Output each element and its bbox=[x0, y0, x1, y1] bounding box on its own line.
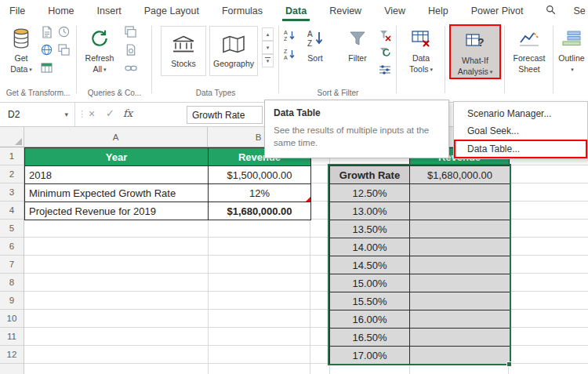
note-indicator bbox=[306, 197, 310, 202]
row-header[interactable] bbox=[0, 364, 24, 374]
rate-cell[interactable]: 17.00% bbox=[330, 347, 410, 365]
result-cell[interactable] bbox=[410, 220, 510, 238]
cell-b4[interactable]: $1,680,000.00 bbox=[209, 202, 311, 220]
filter-button[interactable]: Filter bbox=[341, 24, 374, 64]
ribbon: Get Data Get & Transform... bbox=[0, 21, 588, 103]
cell-a1[interactable]: Year bbox=[25, 148, 209, 166]
rate-cell[interactable]: 15.00% bbox=[330, 274, 410, 292]
cell-a3[interactable]: Minimum Expected Growth Rate bbox=[25, 184, 209, 202]
cell-a4[interactable]: Projected Revenue for 2019 bbox=[25, 202, 209, 220]
clear-filter-icon[interactable] bbox=[377, 27, 392, 42]
gallery-more-icon[interactable] bbox=[262, 54, 274, 67]
worksheet-grid: A B 1 2 3 4 5 6 7 8 9 10 11 12 Year Reve… bbox=[0, 127, 588, 374]
sort-az-icon[interactable]: AZ bbox=[281, 27, 296, 42]
name-box[interactable]: D2 ▾ bbox=[0, 103, 75, 126]
existing-connections-icon[interactable] bbox=[56, 42, 71, 57]
tab-file[interactable]: File bbox=[9, 5, 25, 16]
menu-item-data-table[interactable]: Data Table... bbox=[454, 140, 587, 158]
row-header[interactable]: 1 bbox=[0, 147, 24, 165]
row-header[interactable]: 5 bbox=[0, 220, 24, 238]
rate-cell[interactable]: 14.50% bbox=[330, 256, 410, 274]
cancel-icon[interactable]: × bbox=[89, 107, 95, 120]
from-text-csv-icon[interactable] bbox=[39, 24, 54, 39]
dropdown-caret bbox=[102, 64, 107, 74]
rate-cell[interactable]: 16.00% bbox=[330, 310, 410, 329]
menu-item-scenario-manager[interactable]: Scenario Manager... bbox=[454, 105, 587, 122]
from-table-range-icon[interactable] bbox=[39, 60, 54, 75]
tab-view[interactable]: View bbox=[384, 5, 405, 16]
what-if-analysis-button[interactable]: ? What-If Analysis bbox=[449, 24, 501, 79]
result-cell[interactable] bbox=[410, 256, 510, 274]
result-cell[interactable] bbox=[410, 310, 510, 329]
get-data-label-2: Data bbox=[10, 64, 27, 74]
tab-data[interactable]: Data bbox=[285, 5, 307, 16]
column-header-a[interactable]: A bbox=[24, 127, 208, 147]
rate-cell[interactable]: 13.00% bbox=[330, 202, 410, 220]
rate-cell[interactable]: 16.50% bbox=[330, 329, 410, 347]
recent-sources-icon[interactable] bbox=[56, 24, 71, 39]
geography-tile[interactable]: Geography bbox=[209, 26, 258, 76]
result-cell[interactable] bbox=[410, 329, 510, 347]
result-cell[interactable] bbox=[410, 274, 510, 292]
row-header[interactable]: 6 bbox=[0, 238, 24, 256]
advanced-filter-icon[interactable] bbox=[377, 62, 392, 77]
get-data-button[interactable]: Get Data bbox=[5, 24, 38, 74]
from-web-icon[interactable] bbox=[39, 42, 54, 57]
cell-a2[interactable]: 2018 bbox=[25, 166, 209, 184]
formula-bar-handle-icon[interactable]: ⋮ bbox=[78, 109, 86, 119]
result-cell[interactable] bbox=[410, 184, 510, 202]
gallery-up-icon[interactable] bbox=[262, 27, 274, 41]
edit-links-icon[interactable] bbox=[123, 60, 138, 75]
cell-d2-growth-rate[interactable]: Growth Rate bbox=[330, 166, 410, 184]
tab-home[interactable]: Home bbox=[48, 5, 74, 16]
enter-icon[interactable]: ✓ bbox=[106, 107, 114, 119]
menu-item-goal-seek[interactable]: Goal Seek... bbox=[454, 122, 587, 140]
row-header[interactable]: 7 bbox=[0, 256, 24, 274]
row-header[interactable]: 3 bbox=[0, 183, 24, 202]
name-box-caret-icon[interactable]: ▾ bbox=[64, 111, 74, 118]
gallery-down-icon[interactable] bbox=[262, 41, 274, 54]
result-cell[interactable] bbox=[410, 238, 510, 256]
rate-cell[interactable]: 13.50% bbox=[330, 220, 410, 238]
cell-b3[interactable]: 12% bbox=[209, 184, 311, 202]
what-if-label-1: What-If bbox=[462, 56, 488, 67]
group-sort-filter: AZ ZA AZ Sort Filter bbox=[280, 23, 396, 100]
result-cell[interactable] bbox=[410, 202, 510, 220]
tab-insert[interactable]: Insert bbox=[97, 5, 122, 16]
result-cell[interactable] bbox=[410, 347, 510, 365]
fill-handle[interactable] bbox=[506, 361, 512, 367]
row-header[interactable]: 11 bbox=[0, 328, 24, 346]
tab-page-layout[interactable]: Page Layout bbox=[144, 5, 199, 16]
cell-b2[interactable]: $1,500,000.00 bbox=[209, 166, 311, 184]
row-header[interactable]: 9 bbox=[0, 292, 24, 310]
cell-e2-output[interactable]: $1,680,000.00 bbox=[410, 166, 510, 184]
rate-cell[interactable]: 14.00% bbox=[330, 238, 410, 256]
rate-cell[interactable]: 12.50% bbox=[330, 184, 410, 202]
data-tools-button[interactable]: Data Tools bbox=[402, 24, 440, 74]
row-header[interactable]: 2 bbox=[0, 165, 24, 183]
row-header[interactable]: 8 bbox=[0, 274, 24, 292]
select-all-corner[interactable] bbox=[0, 127, 24, 147]
forecast-sheet-button[interactable]: Forecast Sheet bbox=[509, 24, 550, 74]
rate-cell[interactable]: 15.50% bbox=[330, 292, 410, 310]
reapply-filter-icon[interactable] bbox=[377, 45, 392, 60]
insert-function-icon[interactable]: fx bbox=[123, 107, 132, 119]
result-cell[interactable] bbox=[410, 292, 510, 310]
tab-help[interactable]: Help bbox=[428, 5, 448, 16]
stocks-tile[interactable]: Stocks bbox=[161, 26, 206, 76]
sort-button[interactable]: AZ Sort bbox=[299, 24, 332, 64]
tab-power-pivot[interactable]: Power Pivot bbox=[471, 5, 524, 16]
formula-input[interactable]: Growth Rate bbox=[187, 106, 263, 124]
refresh-all-button[interactable]: Refresh All bbox=[81, 24, 118, 74]
sort-za-icon[interactable]: ZA bbox=[281, 46, 296, 61]
outline-button[interactable]: Outline bbox=[556, 24, 587, 74]
properties-icon[interactable] bbox=[123, 42, 138, 57]
row-header[interactable]: 10 bbox=[0, 310, 24, 328]
row-header[interactable]: 4 bbox=[0, 202, 24, 220]
search-icon[interactable] bbox=[546, 5, 556, 17]
tab-review[interactable]: Review bbox=[329, 5, 361, 16]
queries-connections-icon[interactable] bbox=[123, 24, 138, 39]
row-header[interactable]: 12 bbox=[0, 346, 24, 364]
search-label-truncated[interactable]: Se bbox=[573, 5, 588, 16]
tab-formulas[interactable]: Formulas bbox=[222, 5, 263, 16]
